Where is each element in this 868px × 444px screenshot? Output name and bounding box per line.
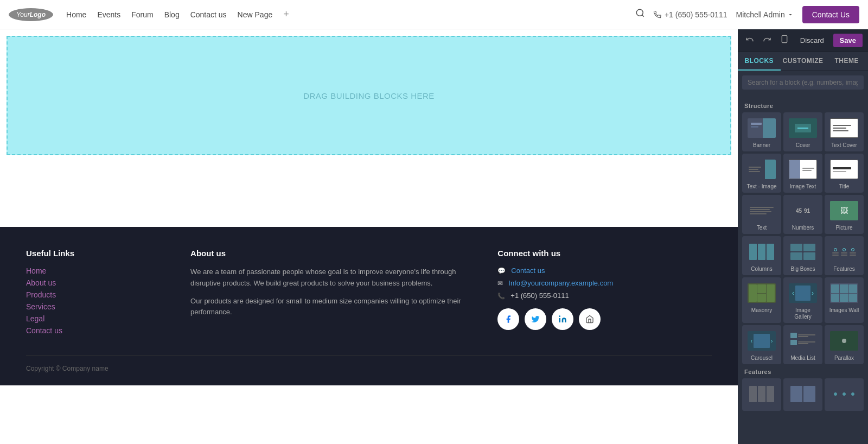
contact-us-button[interactable]: Contact Us [802, 6, 859, 23]
block-columns[interactable]: Columns [742, 236, 781, 275]
list-item: Legal [26, 314, 169, 323]
block-textimage-label: Text - Image [746, 183, 776, 190]
drag-area-text: DRAG BUILDING BLOCKS HERE [303, 91, 435, 100]
block-bigboxes[interactable]: Big Boxes [783, 236, 822, 275]
block-title-preview [829, 157, 859, 181]
list-item: About us [26, 278, 169, 287]
block-numbers[interactable]: 45 91 Numbers [783, 195, 822, 234]
panel-top-actions [743, 33, 791, 48]
block-bigboxes-label: Big Boxes [790, 266, 815, 272]
tab-theme[interactable]: THEME [825, 52, 868, 71]
block-textimage[interactable]: Text - Image [742, 154, 781, 193]
logo[interactable]: YourLogo [9, 8, 53, 21]
block-columns-label: Columns [751, 266, 772, 272]
empty-content-space [0, 162, 738, 227]
panel-top-bar: Discard Save [738, 29, 868, 52]
block-imagegallery-label: Image Gallery [786, 307, 820, 320]
nav-blog[interactable]: Blog [164, 10, 180, 19]
block-medialist[interactable]: Media List [783, 325, 822, 364]
mobile-view-button[interactable] [778, 33, 791, 48]
about-title: About us [190, 249, 476, 258]
tab-customize[interactable]: CUSTOMIZE [781, 52, 826, 71]
right-panel: Discard Save BLOCKS CUSTOMIZE THEME Stru… [738, 29, 868, 444]
footer-link-contact[interactable]: Contact us [26, 326, 62, 335]
connect-email-link[interactable]: Info@yourcompany.example.com [508, 279, 613, 287]
about-text-1: We are a team of passionate people whose… [190, 267, 476, 289]
linkedin-button[interactable] [552, 308, 573, 330]
block-cover[interactable]: Cover [783, 112, 822, 151]
blocks-grid: Banner Cover T [742, 112, 864, 364]
useful-links-title: Useful Links [26, 249, 169, 258]
useful-links-list: Home About us Products Services Legal Co… [26, 267, 169, 335]
nav-contact[interactable]: Contact us [190, 10, 227, 19]
add-page-icon[interactable]: + [283, 9, 289, 20]
block-carousel[interactable]: ‹ › Carousel [742, 325, 781, 364]
message-icon [497, 267, 506, 275]
block-cover-label: Cover [796, 142, 810, 149]
redo-button[interactable] [761, 33, 774, 48]
footer-link-products[interactable]: Products [26, 290, 56, 299]
block-imageswall[interactable]: Images Wall [825, 277, 864, 323]
block-feature-1[interactable] [742, 378, 781, 411]
feature-1-preview [746, 382, 777, 406]
footer-link-about[interactable]: About us [26, 278, 56, 287]
connect-contact-link[interactable]: Contact us [511, 267, 545, 275]
block-title[interactable]: Title [825, 154, 864, 193]
block-picture-label: Picture [835, 225, 852, 231]
header-right: +1 (650) 555-0111 Mitchell Admin Contact… [635, 6, 859, 23]
block-columns-preview [746, 240, 777, 264]
block-imagetext[interactable]: Image Text [783, 154, 822, 193]
block-features-label: Features [833, 266, 854, 272]
block-masonry[interactable]: Masonry [742, 277, 781, 323]
block-imageswall-preview [829, 281, 859, 305]
admin-menu-button[interactable]: Mitchell Admin [736, 10, 793, 19]
block-textcover-preview [829, 116, 859, 140]
block-parallax-label: Parallax [834, 355, 854, 361]
undo-button[interactable] [743, 33, 756, 48]
block-textcover[interactable]: Text Cover [825, 112, 864, 151]
envelope-icon [497, 279, 503, 287]
block-imageswall-label: Images Wall [829, 307, 859, 314]
block-imagetext-preview [788, 157, 818, 181]
discard-button[interactable]: Discard [796, 34, 828, 47]
nav-events[interactable]: Events [97, 10, 120, 19]
block-search-input[interactable] [742, 75, 864, 90]
block-features-preview [829, 240, 859, 264]
footer-link-home[interactable]: Home [26, 267, 46, 275]
list-item: Home [26, 267, 169, 275]
block-picture[interactable]: 🖼 Picture [825, 195, 864, 234]
twitter-button[interactable] [525, 308, 546, 330]
block-masonry-preview [746, 281, 777, 305]
block-text-preview [746, 199, 777, 223]
connect-email: Info@yourcompany.example.com [497, 279, 712, 287]
block-cover-preview [788, 116, 818, 140]
drag-drop-area[interactable]: DRAG BUILDING BLOCKS HERE [7, 36, 731, 155]
feature-3-preview [829, 382, 859, 406]
nav-home[interactable]: Home [66, 10, 86, 19]
block-banner-preview [746, 116, 777, 140]
block-imagegallery[interactable]: ‹ › Image Gallery [783, 277, 822, 323]
home-button[interactable] [579, 308, 601, 330]
svg-point-0 [636, 9, 643, 16]
features-grid [742, 378, 864, 411]
block-feature-3[interactable] [825, 378, 864, 411]
footer-link-legal[interactable]: Legal [26, 314, 44, 323]
panel-search-area [738, 71, 868, 94]
nav-forum[interactable]: Forum [131, 10, 153, 19]
block-banner[interactable]: Banner [742, 112, 781, 151]
block-bigboxes-preview [788, 240, 818, 264]
footer-about: About us We are a team of passionate peo… [190, 249, 476, 338]
block-feature-2[interactable] [783, 378, 822, 411]
footer-link-services[interactable]: Services [26, 302, 55, 311]
block-parallax[interactable]: Parallax [825, 325, 864, 364]
block-textimage-preview [746, 157, 777, 181]
nav-new-page[interactable]: New Page [238, 10, 273, 19]
facebook-button[interactable] [497, 308, 519, 330]
block-text[interactable]: Text [742, 195, 781, 234]
save-button[interactable]: Save [833, 34, 863, 47]
block-carousel-preview: ‹ › [746, 329, 777, 353]
tab-blocks[interactable]: BLOCKS [738, 52, 781, 71]
block-features[interactable]: Features [825, 236, 864, 275]
block-banner-label: Banner [753, 142, 770, 149]
search-button[interactable] [635, 8, 645, 21]
